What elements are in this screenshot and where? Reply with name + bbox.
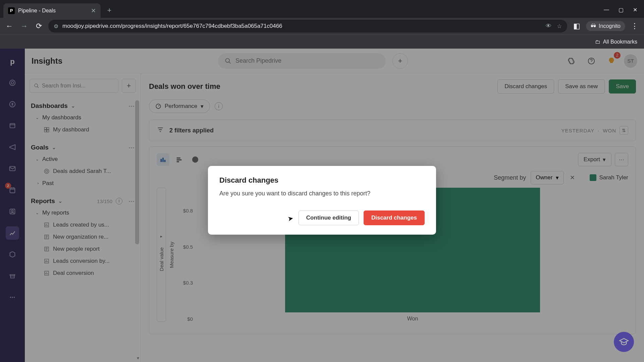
continue-editing-button[interactable]: Continue editing (299, 210, 359, 225)
incognito-indicator[interactable]: 🕶 Incognito (586, 21, 625, 31)
browser-toolbar: ← → ⟳ ⚙ moodjoy.pipedrive.com/progress/i… (0, 18, 644, 35)
folder-icon: 🗀 (595, 39, 600, 45)
browser-tab-strip: P Pipeline - Deals ✕ + — ▢ ✕ (0, 0, 644, 18)
side-panel-icon[interactable]: ◧ (571, 21, 582, 32)
tab-favicon: P (8, 7, 15, 14)
discard-changes-confirm-button[interactable]: Discard changes (364, 210, 425, 225)
bookmarks-link[interactable]: All Bookmarks (603, 39, 637, 45)
tab-title: Pipeline - Deals (18, 8, 56, 14)
modal-backdrop[interactable]: Discard changes Are you sure you want to… (0, 49, 644, 362)
reload-button[interactable]: ⟳ (34, 21, 44, 32)
tab-close-icon[interactable]: ✕ (91, 7, 96, 14)
bookmarks-bar: 🗀 All Bookmarks (0, 35, 644, 49)
maximize-icon[interactable]: ▢ (619, 7, 624, 13)
incognito-label: Incognito (599, 23, 621, 29)
new-tab-button[interactable]: + (103, 4, 115, 16)
browser-menu-icon[interactable]: ⋮ (629, 21, 640, 32)
bookmark-star-icon[interactable]: ☆ (557, 23, 562, 30)
modal-body: Are you sure you want to discard changes… (219, 190, 425, 197)
site-settings-icon[interactable]: ⚙ (54, 23, 58, 29)
url-text: moodjoy.pipedrive.com/progress/insights/… (62, 23, 282, 29)
browser-tab[interactable]: P Pipeline - Deals ✕ (3, 3, 101, 18)
incognito-icon: 🕶 (591, 23, 596, 29)
discard-changes-modal: Discard changes Are you sure you want to… (208, 166, 436, 235)
window-controls: — ▢ ✕ (604, 7, 641, 18)
minimize-icon[interactable]: — (604, 7, 609, 13)
modal-title: Discard changes (219, 176, 425, 185)
forward-button[interactable]: → (19, 21, 30, 32)
back-button[interactable]: ← (4, 21, 15, 32)
visibility-off-icon[interactable]: 👁 (546, 23, 551, 29)
close-window-icon[interactable]: ✕ (633, 7, 637, 13)
address-bar[interactable]: ⚙ moodjoy.pipedrive.com/progress/insight… (48, 20, 567, 33)
